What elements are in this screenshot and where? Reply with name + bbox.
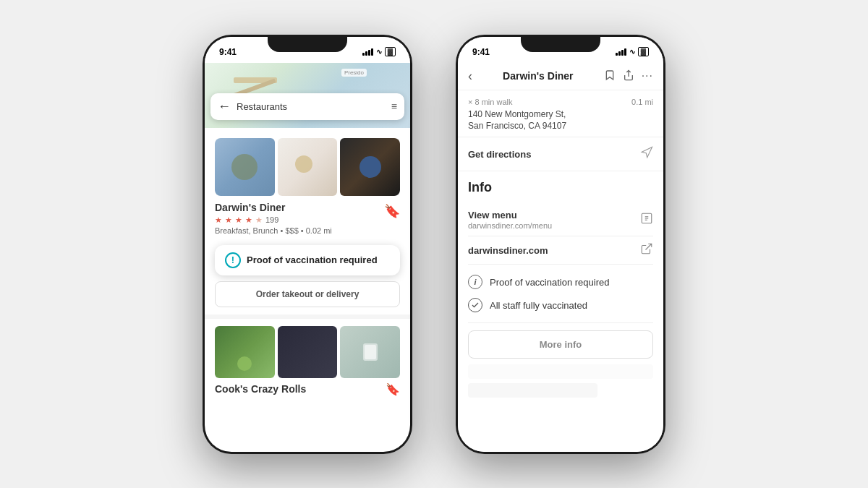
star-rating: ★ ★ ★ ★ ★ 199	[215, 215, 332, 225]
more-options-button[interactable]: ···	[642, 69, 653, 83]
info-section: Info View menu darwinsdiner.com/menu dar…	[458, 171, 663, 406]
restaurant-name-2: Cook's Crazy Rolls	[215, 383, 306, 395]
p2-signal-1	[616, 53, 618, 56]
header-action-icons: ···	[604, 69, 653, 83]
address-section: × 8 min walk 0.1 mi 140 New Montgomery S…	[458, 90, 663, 138]
signal-bars-2	[616, 48, 626, 56]
wifi-icon-2: ∿	[629, 48, 635, 56]
signal-bars-1	[362, 48, 373, 56]
restaurant-images-2	[215, 326, 400, 378]
signal-bar-1	[362, 53, 365, 56]
menu-label: View menu	[468, 210, 552, 221]
restaurant-images-1	[215, 138, 400, 196]
phone-1: 9:41 ∿ ▓ Presido ← Restaurants	[203, 35, 412, 454]
order-takeout-button[interactable]: Order takeout or delivery	[215, 281, 400, 307]
signal-bar-4	[371, 48, 373, 56]
address-line1: 140 New Montgomery St,	[468, 108, 653, 121]
signal-bar-2	[365, 51, 367, 56]
screen-content-1: Presido ← Restaurants ≡	[205, 63, 410, 452]
star-1: ★	[215, 215, 222, 225]
menu-icon	[640, 212, 653, 228]
food-image-4	[215, 326, 275, 378]
page-title: Darwin's Diner	[478, 70, 598, 82]
vaccination-warning-icon: !	[225, 252, 241, 268]
p2-signal-3	[621, 50, 624, 56]
back-button[interactable]: ‹	[468, 69, 472, 84]
staff-vaccinated-icon	[468, 298, 482, 312]
faded-content-2	[468, 383, 597, 398]
directions-icon	[640, 146, 653, 162]
food-image-2	[278, 138, 338, 196]
directions-label: Get directions	[468, 149, 531, 160]
battery-icon-2: ▓	[638, 47, 649, 56]
bookmark-icon-1[interactable]: 🔖	[384, 203, 400, 219]
health-item-staff-vaccinated: All staff fully vaccinated	[468, 294, 653, 317]
food-image-3	[340, 138, 400, 196]
signal-bar-3	[368, 50, 370, 56]
menu-url: darwinsdiner.com/menu	[468, 221, 552, 230]
notch-2	[521, 35, 600, 52]
star-4: ★	[245, 215, 252, 225]
status-icons-1: ∿ ▓	[362, 47, 396, 56]
website-label: darwinsdiner.com	[468, 245, 548, 256]
address-line2: San Francisco, CA 94107	[468, 120, 653, 132]
wifi-icon-1: ∿	[376, 48, 382, 56]
battery-icon-1: ▓	[385, 47, 396, 56]
directions-row[interactable]: Get directions	[458, 137, 663, 171]
distance-info: 0.1 mi	[631, 98, 653, 106]
health-items: i Proof of vaccination required All staf…	[468, 265, 653, 323]
star-2: ★	[225, 215, 232, 225]
detail-content: × 8 min walk 0.1 mi 140 New Montgomery S…	[458, 90, 663, 452]
p2-signal-4	[624, 48, 626, 56]
restaurant-card-2[interactable]: Cook's Crazy Rolls 🔖	[205, 319, 410, 403]
staff-vaccinated-text: All staff fully vaccinated	[490, 300, 587, 311]
faded-content-1	[468, 364, 653, 379]
food-image-6	[340, 326, 400, 378]
vaccination-required-text: Proof of vaccination required	[490, 277, 609, 288]
detail-header: ‹ Darwin's Diner ···	[458, 63, 663, 90]
restaurant-card-1[interactable]: Darwin's Diner ★ ★ ★ ★ ★ 199 Breakfast, …	[205, 131, 410, 242]
back-arrow-icon[interactable]: ←	[218, 99, 231, 114]
restaurant-name-1: Darwin's Diner	[215, 202, 332, 213]
bookmark-button[interactable]	[604, 69, 616, 83]
view-menu-row[interactable]: View menu darwinsdiner.com/menu	[468, 204, 653, 236]
vaccination-warning-icon-2: i	[468, 275, 482, 289]
more-info-button[interactable]: More info	[468, 330, 653, 359]
health-item-vaccination: i Proof of vaccination required	[468, 270, 653, 294]
info-heading: Info	[468, 180, 653, 195]
vaccination-text: Proof of vaccination required	[247, 254, 378, 265]
restaurant-meta: Breakfast, Brunch • $$$ • 0.02 mi	[215, 226, 332, 235]
walk-time: × 8 min walk	[468, 98, 512, 106]
food-image-1	[215, 138, 275, 196]
p2-signal-2	[618, 51, 621, 56]
svg-marker-0	[642, 147, 652, 158]
bookmark-icon-2[interactable]: 🔖	[386, 382, 400, 396]
list-view-icon[interactable]: ≡	[391, 100, 397, 112]
share-button[interactable]	[623, 69, 634, 83]
food-image-5	[278, 326, 338, 378]
status-time-2: 9:41	[472, 47, 490, 57]
star-half: ★	[255, 215, 263, 225]
review-count: 199	[265, 215, 278, 224]
notch-1	[268, 35, 347, 52]
vaccination-badge: ! Proof of vaccination required	[215, 245, 400, 275]
phone-2: 9:41 ∿ ▓ ‹ Darwin's Diner	[456, 35, 665, 454]
map-label: Presido	[341, 69, 367, 77]
external-link-icon	[640, 242, 653, 258]
status-time-1: 9:41	[219, 47, 237, 57]
search-text: Restaurants	[237, 101, 386, 112]
status-icons-2: ∿ ▓	[616, 47, 649, 56]
star-3: ★	[235, 215, 242, 225]
website-row[interactable]: darwinsdiner.com	[468, 236, 653, 265]
